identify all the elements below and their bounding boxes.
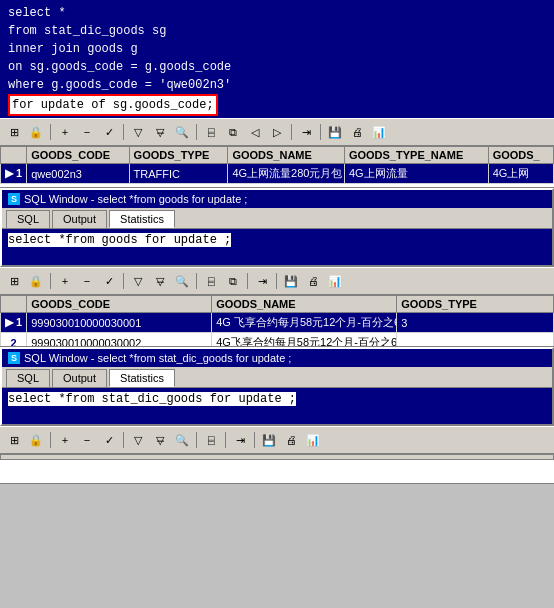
save-btn-2[interactable]: 💾 <box>281 271 301 291</box>
col-header-index-2 <box>1 296 27 313</box>
search-btn-2[interactable]: 🔍 <box>172 271 192 291</box>
row-index-2b: 2 <box>1 333 27 348</box>
sql-window-1-tabs: SQL Output Statistics <box>2 208 552 229</box>
cell-type-2a: 3 <box>397 313 554 333</box>
save-btn-3[interactable]: 💾 <box>259 430 279 450</box>
sep-6 <box>50 273 51 289</box>
sep-5 <box>320 124 321 140</box>
save-btn-1[interactable]: 💾 <box>325 122 345 142</box>
copy-btn-1[interactable]: ⧉ <box>223 122 243 142</box>
plus-btn-1[interactable]: + <box>55 122 75 142</box>
pipe-btn-2[interactable]: ⌸ <box>201 271 221 291</box>
code-editor: select * from stat_dic_goods sg inner jo… <box>0 0 554 118</box>
clear-filter-btn-3[interactable]: ▽̶ <box>150 430 170 450</box>
sep-3 <box>196 124 197 140</box>
code-line-3: inner join goods g <box>8 40 546 58</box>
cell-goods-type-name: 4G上网流量 <box>344 164 488 184</box>
tab-statistics-2[interactable]: Statistics <box>109 369 175 387</box>
sep-15 <box>254 432 255 448</box>
cell-code-2b: 999030010000030002 <box>27 333 212 348</box>
sql-text-1: select *from goods for update ; <box>8 233 231 247</box>
col-header-goods-type-name-1: GOODS_TYPE_NAME <box>344 147 488 164</box>
col-header-index-1 <box>1 147 27 164</box>
sql-window-1-icon: S <box>8 193 20 205</box>
clear-filter-btn-1[interactable]: ▽̶ <box>150 122 170 142</box>
toolbar-1: ⊞ 🔒 + − ✓ ▽ ▽̶ 🔍 ⌸ ⧉ ◁ ▷ ⇥ 💾 🖨 📊 <box>0 118 554 146</box>
sql-window-2-content[interactable]: select *from stat_dic_goods for update ; <box>2 388 552 424</box>
check-btn-1[interactable]: ✓ <box>99 122 119 142</box>
sql-window-2-icon: S <box>8 352 20 364</box>
arrow-btn-2[interactable]: ⇥ <box>252 271 272 291</box>
col-header-goods-name-1: GOODS_NAME <box>228 147 345 164</box>
tab-output-2[interactable]: Output <box>52 369 107 387</box>
triangle2-btn-1[interactable]: ▷ <box>267 122 287 142</box>
print-btn-2[interactable]: 🖨 <box>303 271 323 291</box>
filter-btn-1[interactable]: ▽ <box>128 122 148 142</box>
grid-btn-2[interactable]: ⊞ <box>4 271 24 291</box>
table-row[interactable]: 2 999030010000030002 4G飞享合约每月58元12个月-百分之… <box>1 333 554 348</box>
sep-7 <box>123 273 124 289</box>
lock-btn-2[interactable]: 🔒 <box>26 271 46 291</box>
row-index-2a: ▶ 1 <box>1 313 27 333</box>
sql-window-2-tabs: SQL Output Statistics <box>2 367 552 388</box>
chart-btn-2[interactable]: 📊 <box>325 271 345 291</box>
grid-btn-3[interactable]: ⊞ <box>4 430 24 450</box>
cell-name-2b: 4G飞享合约每月58元12个月-百分之60赠费比… <box>212 333 397 348</box>
sep-4 <box>291 124 292 140</box>
print-btn-1[interactable]: 🖨 <box>347 122 367 142</box>
minus-btn-3[interactable]: − <box>77 430 97 450</box>
print-btn-3[interactable]: 🖨 <box>281 430 301 450</box>
arrow-btn-3[interactable]: ⇥ <box>230 430 250 450</box>
chart-btn-3[interactable]: 📊 <box>303 430 323 450</box>
code-line-4: on sg.goods_code = g.goods_code <box>8 58 546 76</box>
sql-window-2-titlebar: S SQL Window - select *from stat_dic_goo… <box>2 349 552 367</box>
minus-btn-1[interactable]: − <box>77 122 97 142</box>
table-row[interactable]: ▶ 1 999030010000030001 4G 飞享合约每月58元12个月-… <box>1 313 554 333</box>
tab-sql-1[interactable]: SQL <box>6 210 50 228</box>
copy-btn-2[interactable]: ⧉ <box>223 271 243 291</box>
sep-8 <box>196 273 197 289</box>
sql-window-1-content[interactable]: select *from goods for update ; <box>2 229 552 265</box>
clear-filter-btn-2[interactable]: ▽̶ <box>150 271 170 291</box>
grid-btn-1[interactable]: ⊞ <box>4 122 24 142</box>
sep-12 <box>123 432 124 448</box>
col-header-empty <box>1 455 554 460</box>
sep-11 <box>50 432 51 448</box>
search-btn-1[interactable]: 🔍 <box>172 122 192 142</box>
sql-window-1: S SQL Window - select *from goods for up… <box>0 188 554 267</box>
cell-name-2a: 4G 飞享合约每月58元12个月-百分之60赠费比 … <box>212 313 397 333</box>
arrow-btn-1[interactable]: ⇥ <box>296 122 316 142</box>
plus-btn-2[interactable]: + <box>55 271 75 291</box>
table-row[interactable]: ▶ 1 qwe002n3 TRAFFIC 4G上网流量280元月包 4G上网流量… <box>1 164 554 184</box>
filter-btn-2[interactable]: ▽ <box>128 271 148 291</box>
tab-sql-2[interactable]: SQL <box>6 369 50 387</box>
code-line-2: from stat_dic_goods sg <box>8 22 546 40</box>
check-btn-2[interactable]: ✓ <box>99 271 119 291</box>
sep-9 <box>247 273 248 289</box>
tab-output-1[interactable]: Output <box>52 210 107 228</box>
chart-btn-1[interactable]: 📊 <box>369 122 389 142</box>
lock-btn-3[interactable]: 🔒 <box>26 430 46 450</box>
sql-window-2-title: SQL Window - select *from stat_dic_goods… <box>24 352 291 364</box>
sql-window-1-title: SQL Window - select *from goods for upda… <box>24 193 247 205</box>
sql-window-1-titlebar: S SQL Window - select *from goods for up… <box>2 190 552 208</box>
tab-statistics-1[interactable]: Statistics <box>109 210 175 228</box>
sep-14 <box>225 432 226 448</box>
highlighted-code: for update of sg.goods_code; <box>8 94 218 116</box>
search-btn-3[interactable]: 🔍 <box>172 430 192 450</box>
triangle-btn-1[interactable]: ◁ <box>245 122 265 142</box>
cell-goods-extra: 4G上网 <box>488 164 553 184</box>
check-btn-3[interactable]: ✓ <box>99 430 119 450</box>
col-header-goods-extra-1: GOODS_ <box>488 147 553 164</box>
plus-btn-3[interactable]: + <box>55 430 75 450</box>
sep-1 <box>50 124 51 140</box>
lock-btn-1[interactable]: 🔒 <box>26 122 46 142</box>
code-line-6: for update of sg.goods_code; <box>8 94 546 116</box>
minus-btn-2[interactable]: − <box>77 271 97 291</box>
col-header-goods-code-2: GOODS_CODE <box>27 296 212 313</box>
pipe-btn-3[interactable]: ⌸ <box>201 430 221 450</box>
pipe-btn-1[interactable]: ⌸ <box>201 122 221 142</box>
toolbar-2: ⊞ 🔒 + − ✓ ▽ ▽̶ 🔍 ⌸ ⧉ ⇥ 💾 🖨 📊 <box>0 267 554 295</box>
data-grid-3-empty <box>0 454 554 484</box>
filter-btn-3[interactable]: ▽ <box>128 430 148 450</box>
